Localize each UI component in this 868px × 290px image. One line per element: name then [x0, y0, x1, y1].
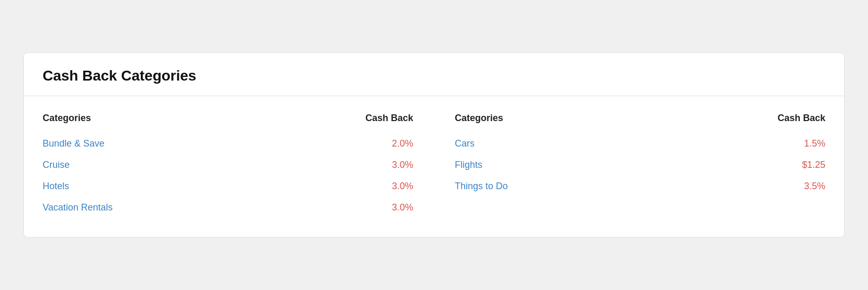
left-col1-header: Categories: [43, 113, 91, 124]
table-row: Hotels3.0%: [43, 176, 413, 197]
right-table: Categories Cash Back Cars1.5%Flights$1.2…: [434, 113, 825, 218]
right-col1-header: Categories: [455, 113, 503, 124]
cashback-value: 3.0%: [392, 181, 413, 192]
category-link[interactable]: Cruise: [43, 160, 70, 170]
right-col2-header: Cash Back: [778, 113, 825, 124]
cashback-value: $1.25: [802, 160, 825, 170]
card-title: Cash Back Categories: [43, 68, 825, 84]
table-row: Cruise3.0%: [43, 154, 413, 176]
left-table-header-row: Categories Cash Back: [43, 113, 413, 130]
tables-container: Categories Cash Back Bundle & Save2.0%Cr…: [43, 113, 825, 218]
table-row: Vacation Rentals3.0%: [43, 197, 413, 218]
left-table-rows: Bundle & Save2.0%Cruise3.0%Hotels3.0%Vac…: [43, 133, 413, 218]
category-link[interactable]: Hotels: [43, 181, 69, 192]
table-row: Flights$1.25: [455, 154, 825, 176]
table-row: Things to Do3.5%: [455, 176, 825, 197]
cash-back-card: Cash Back Categories Categories Cash Bac…: [23, 52, 845, 238]
card-header: Cash Back Categories: [24, 53, 844, 96]
right-table-header-row: Categories Cash Back: [455, 113, 825, 130]
left-table: Categories Cash Back Bundle & Save2.0%Cr…: [43, 113, 434, 218]
cashback-value: 3.5%: [804, 181, 825, 192]
category-link[interactable]: Cars: [455, 138, 475, 149]
cashback-value: 3.0%: [392, 202, 413, 213]
category-link[interactable]: Flights: [455, 160, 482, 170]
cashback-value: 2.0%: [392, 138, 413, 149]
cashback-value: 1.5%: [804, 138, 825, 149]
left-col2-header: Cash Back: [365, 113, 413, 124]
category-link[interactable]: Vacation Rentals: [43, 202, 113, 213]
right-table-rows: Cars1.5%Flights$1.25Things to Do3.5%: [455, 133, 825, 197]
card-body: Categories Cash Back Bundle & Save2.0%Cr…: [24, 96, 844, 237]
cashback-value: 3.0%: [392, 160, 413, 170]
table-row: Bundle & Save2.0%: [43, 133, 413, 154]
category-link[interactable]: Things to Do: [455, 181, 508, 192]
table-row: Cars1.5%: [455, 133, 825, 154]
category-link[interactable]: Bundle & Save: [43, 138, 104, 149]
